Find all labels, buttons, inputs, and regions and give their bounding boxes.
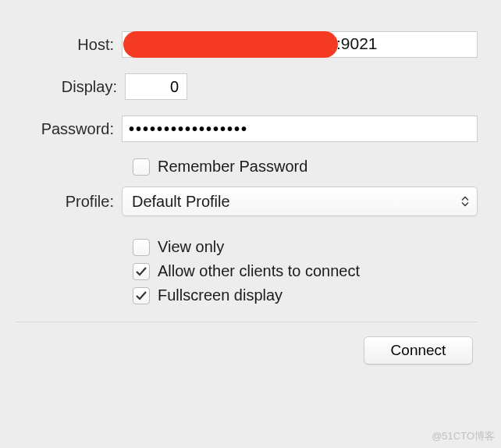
host-row: Host: :9021 <box>16 31 478 58</box>
checkmark-icon <box>136 266 147 277</box>
button-row: Connect <box>16 336 478 364</box>
fullscreen-row: Fullscreen display <box>133 286 478 304</box>
fullscreen-label: Fullscreen display <box>158 286 282 304</box>
display-row: Display: <box>16 73 478 100</box>
checkmark-icon <box>136 290 147 301</box>
view-only-checkbox[interactable] <box>133 239 150 256</box>
password-input[interactable] <box>122 116 478 142</box>
connection-dialog: Host: :9021 Display: Password: Remember … <box>0 0 501 380</box>
profile-row: Profile: Default Profile <box>16 187 478 216</box>
options-group: View only Allow other clients to connect… <box>133 238 478 304</box>
divider <box>16 322 478 322</box>
password-label: Password: <box>16 120 122 138</box>
connect-button[interactable]: Connect <box>364 336 473 364</box>
allow-others-label: Allow other clients to connect <box>158 262 360 280</box>
display-input[interactable] <box>125 73 187 100</box>
watermark: @51CTO博客 <box>432 429 495 443</box>
profile-select[interactable]: Default Profile <box>122 187 478 216</box>
display-label: Display: <box>16 78 125 96</box>
host-field-wrap: :9021 <box>122 31 478 58</box>
remember-row: Remember Password <box>133 158 478 176</box>
host-input[interactable] <box>122 31 478 58</box>
allow-others-checkbox[interactable] <box>133 263 150 280</box>
remember-password-checkbox[interactable] <box>133 158 150 176</box>
allow-others-row: Allow other clients to connect <box>133 262 478 280</box>
view-only-label: View only <box>158 238 224 256</box>
view-only-row: View only <box>133 238 478 256</box>
profile-label: Profile: <box>16 193 122 211</box>
host-label: Host: <box>16 36 122 54</box>
remember-password-label: Remember Password <box>158 158 307 176</box>
profile-selected-value: Default Profile <box>132 193 230 211</box>
fullscreen-checkbox[interactable] <box>133 287 150 304</box>
password-row: Password: <box>16 116 478 142</box>
updown-arrows-icon <box>461 197 469 207</box>
